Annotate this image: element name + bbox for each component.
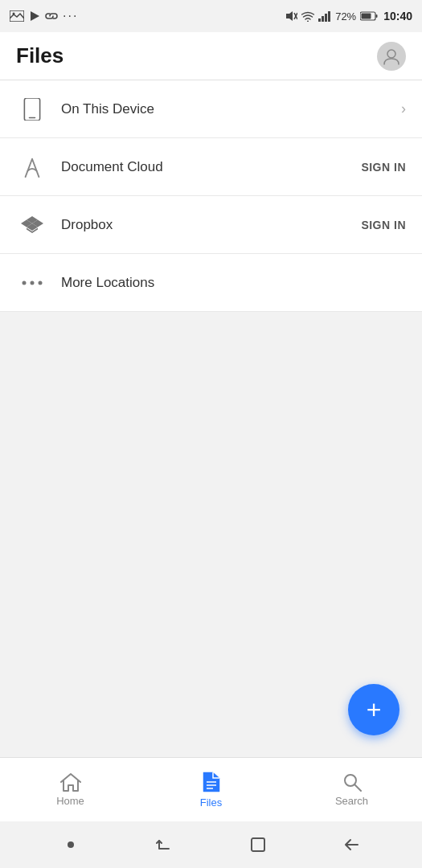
list-item-on-this-device[interactable]: On This Device › (0, 80, 422, 138)
svg-line-29 (354, 784, 361, 791)
fab-plus-icon: + (367, 697, 382, 723)
svg-point-6 (307, 20, 309, 22)
system-nav-recents[interactable] (148, 829, 180, 861)
device-icon (16, 98, 48, 121)
home-icon (60, 772, 81, 792)
dropbox-sign-in[interactable]: SIGN IN (361, 219, 406, 231)
chevron-right-icon: › (401, 100, 406, 117)
status-bar-right: 72% 10:40 (285, 10, 412, 23)
more-icon: ··· (63, 9, 78, 23)
search-icon (342, 772, 362, 792)
svg-point-14 (387, 50, 395, 58)
nav-item-files[interactable]: Files (141, 771, 281, 809)
svg-point-22 (23, 280, 27, 285)
system-nav-back[interactable] (335, 829, 367, 861)
play-icon (29, 10, 40, 22)
svg-rect-10 (328, 11, 330, 22)
link-icon (45, 10, 58, 22)
system-nav-bar (0, 821, 422, 868)
search-nav-label: Search (335, 795, 368, 807)
svg-rect-13 (362, 14, 371, 19)
nav-item-home[interactable]: Home (0, 772, 141, 807)
wifi-icon (301, 11, 314, 22)
dropbox-label: Dropbox (61, 217, 361, 233)
document-cloud-label: Document Cloud (61, 159, 361, 175)
files-icon (202, 771, 221, 793)
svg-rect-12 (376, 14, 378, 18)
files-nav-label: Files (200, 796, 222, 809)
signal-icon (318, 11, 331, 22)
fab-add-button[interactable]: + (348, 684, 399, 735)
main-content: On This Device › Document Cloud SIGN IN (0, 80, 422, 757)
more-locations-label: More Locations (61, 275, 406, 291)
dropbox-icon (16, 214, 48, 236)
home-nav-label: Home (56, 795, 84, 807)
svg-rect-9 (325, 14, 327, 22)
nav-item-search[interactable]: Search (281, 772, 422, 807)
system-nav-dot[interactable] (55, 829, 87, 861)
bottom-nav: Home Files Search (0, 757, 422, 821)
status-bar-left: ··· (10, 9, 78, 23)
list-item-dropbox[interactable]: Dropbox SIGN IN (0, 196, 422, 254)
svg-rect-30 (252, 838, 264, 851)
battery-level: 72% (335, 10, 356, 23)
system-nav-home[interactable] (242, 829, 274, 861)
svg-point-24 (39, 280, 43, 285)
media-icon (10, 10, 24, 22)
mute-icon (285, 10, 297, 22)
document-cloud-sign-in[interactable]: SIGN IN (361, 161, 406, 174)
app-header: Files (0, 32, 422, 80)
svg-rect-8 (322, 16, 324, 22)
svg-marker-2 (31, 11, 39, 21)
on-this-device-label: On This Device (61, 101, 401, 117)
status-time: 10:40 (383, 10, 412, 23)
avatar[interactable] (377, 42, 406, 71)
battery-icon (360, 11, 378, 21)
more-locations-icon (16, 272, 48, 294)
document-cloud-icon (16, 156, 48, 178)
status-bar: ··· 72% 10:40 (0, 0, 422, 32)
svg-point-23 (31, 280, 35, 285)
page-title: Files (16, 43, 64, 68)
list-item-document-cloud[interactable]: Document Cloud SIGN IN (0, 138, 422, 196)
list-item-more-locations[interactable]: More Locations (0, 254, 422, 312)
svg-rect-7 (318, 18, 321, 22)
svg-marker-3 (286, 11, 293, 21)
